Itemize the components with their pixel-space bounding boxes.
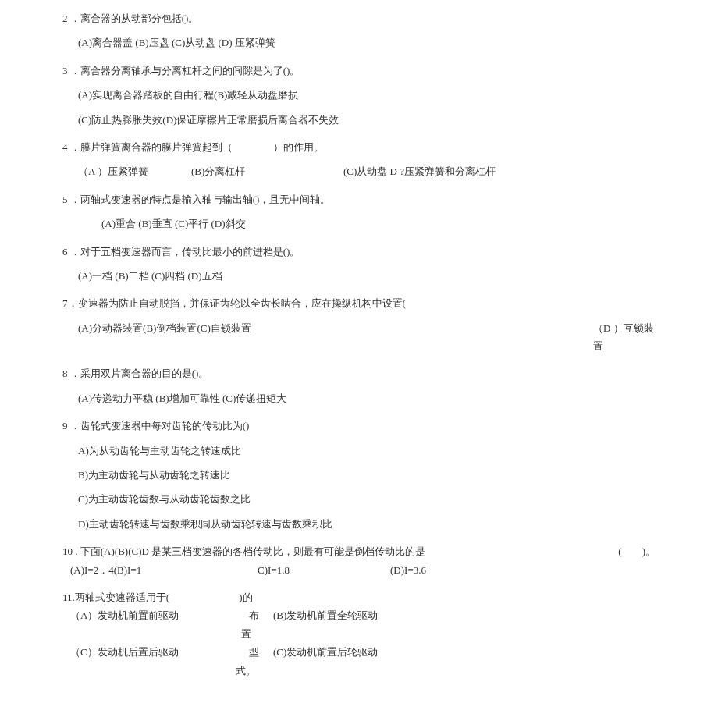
question-6: 6 ．对于五档变速器而言，传动比最小的前进档是()。 (A)一档 (B)二档 (… [62, 243, 656, 286]
q4-option-a: （A ）压紧弹簧 [78, 162, 191, 180]
q3-options-1: (A)实现离合器踏板的自由行程(B)减轻从动盘磨损 [62, 86, 656, 104]
q10-options: (A)I=2．4(B)I=1 C)I=1.8 (D)I=3.6 [62, 561, 656, 579]
q4-option-b: (B)分离杠杆 [191, 162, 343, 180]
question-5: 5 ．两轴式变速器的特点是输入轴与输出轴()，且无中间轴。 (A)重合 (B)垂… [62, 190, 656, 233]
q8-stem: 8 ．采用双片离合器的目的是()。 [62, 364, 656, 382]
q11-row-2: （C）发动机后置后驱动 型 (C)发动机前置后轮驱动 [62, 643, 656, 661]
q3-options-2: (C)防止热膨胀失效(D)保证摩擦片正常磨损后离合器不失效 [62, 111, 656, 129]
q11-mid-2: 置 [234, 625, 258, 643]
q7-option-d: （D ）互锁装置 [593, 319, 656, 356]
question-10: 10 . 下面(A)(B)(C)D 是某三档变速器的各档传动比，则最有可能是倒档… [62, 542, 656, 579]
q10-stem-row: 10 . 下面(A)(B)(C)D 是某三档变速器的各档传动比，则最有可能是倒档… [62, 542, 656, 560]
q11-stem-left: 11.两轴式变速器适用于( [62, 588, 234, 606]
q11-option-d: (C)发动机前置后轮驱动 [273, 643, 378, 661]
question-8: 8 ．采用双片离合器的目的是()。 (A)传递动力平稳 (B)增加可靠性 (C)… [62, 364, 656, 407]
q3-stem: 3 ．离合器分离轴承与分离杠杆之间的间隙是为了()。 [62, 62, 656, 80]
q5-stem: 5 ．两轴式变速器的特点是输入轴与输出轴()，且无中间轴。 [62, 190, 656, 208]
q9-option-b: B)为主动齿轮与从动齿轮之转速比 [62, 466, 656, 484]
q11-stem-right: )的 [234, 588, 258, 606]
q10-option-c: C)I=1.8 [258, 561, 390, 579]
q10-stem: 10 . 下面(A)(B)(C)D 是某三档变速器的各档传动比，则最有可能是倒档… [62, 542, 509, 560]
q7-options-wrap: (A)分动器装置(B)倒档装置(C)自锁装置 （D ）互锁装置 [62, 319, 656, 356]
q5-options: (A)重合 (B)垂直 (C)平行 (D)斜交 [62, 215, 656, 233]
question-3: 3 ．离合器分离轴承与分离杠杆之间的间隙是为了()。 (A)实现离合器踏板的自由… [62, 62, 656, 129]
q10-option-d: (D)I=3.6 [390, 561, 426, 579]
q11-option-a: （A）发动机前置前驱动 [62, 606, 242, 624]
q6-stem: 6 ．对于五档变速器而言，传动比最小的前进档是()。 [62, 243, 656, 261]
q11-row-1: （A）发动机前置前驱动 布 (B)发动机前置全轮驱动 [62, 606, 656, 624]
q9-stem: 9 ．齿轮式变速器中每对齿轮的传动比为() [62, 417, 656, 435]
q8-options: (A)传递动力平稳 (B)增加可靠性 (C)传递扭矩大 [62, 389, 656, 407]
question-9: 9 ．齿轮式变速器中每对齿轮的传动比为() A)为从动齿轮与主动齿轮之转速成比 … [62, 417, 656, 533]
question-7: 7．变速器为防止自动脱挡，并保证齿轮以全齿长啮合，应在操纵机构中设置( (A)分… [62, 294, 656, 355]
q4-options: （A ）压紧弹簧 (B)分离杠杆 (C)从动盘 D ?压紧弹簧和分离杠杆 [62, 162, 656, 180]
q10-blank: ( )。 [618, 542, 656, 560]
q6-options: (A)一档 (B)二档 (C)四档 (D)五档 [62, 267, 656, 285]
q7-options-abc: (A)分动器装置(B)倒档装置(C)自锁装置 [62, 319, 554, 337]
q11-mid-4: 式。 [234, 662, 258, 680]
q11-option-b: (B)发动机前置全轮驱动 [273, 606, 378, 624]
q2-options: (A)离合器盖 (B)压盘 (C)从动盘 (D) 压紧弹簧 [62, 34, 656, 51]
q2-stem: 2 ．离合器的从动部分包括()。 [62, 9, 656, 27]
q9-option-d: D)主动齿轮转速与齿数乘积同从动齿轮转速与齿数乘积比 [62, 515, 656, 533]
question-4: 4 ．膜片弹簧离合器的膜片弹簧起到（ ）的作用。 （A ）压紧弹簧 (B)分离杠… [62, 138, 656, 181]
q11-mid-1: 布 [242, 606, 265, 624]
q11-row-mid: 置 [62, 625, 656, 643]
q11-mid-3: 型 [242, 643, 265, 661]
document-content: 2 ．离合器的从动部分包括()。 (A)离合器盖 (B)压盘 (C)从动盘 (D… [0, 9, 718, 680]
q4-option-c: (C)从动盘 D ?压紧弹簧和分离杠杆 [343, 162, 496, 180]
q11-option-c: （C）发动机后置后驱动 [62, 643, 242, 661]
question-11: 11.两轴式变速器适用于( )的 （A）发动机前置前驱动 布 (B)发动机前置全… [62, 588, 656, 680]
q7-stem: 7．变速器为防止自动脱挡，并保证齿轮以全齿长啮合，应在操纵机构中设置( [62, 294, 656, 312]
q11-row-end: 式。 [62, 662, 656, 680]
q4-stem: 4 ．膜片弹簧离合器的膜片弹簧起到（ ）的作用。 [62, 138, 656, 156]
q11-row-stem: 11.两轴式变速器适用于( )的 [62, 588, 656, 606]
question-2: 2 ．离合器的从动部分包括()。 (A)离合器盖 (B)压盘 (C)从动盘 (D… [62, 9, 656, 52]
q10-option-ab: (A)I=2．4(B)I=1 [70, 561, 258, 579]
q9-option-c: C)为主动齿轮齿数与从动齿轮齿数之比 [62, 490, 656, 508]
q9-option-a: A)为从动齿轮与主动齿轮之转速成比 [62, 442, 656, 460]
